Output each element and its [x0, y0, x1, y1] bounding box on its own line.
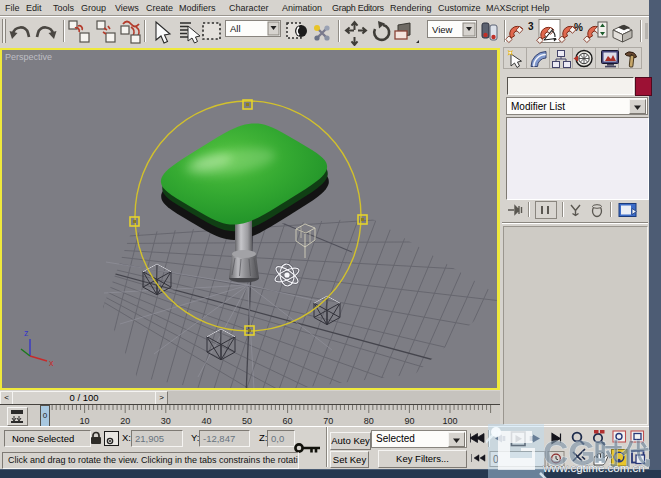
- svg-text:%: %: [574, 22, 583, 33]
- svg-text:90: 90: [404, 416, 414, 426]
- svg-text:0: 0: [493, 454, 499, 465]
- svg-text:70: 70: [323, 416, 333, 426]
- svg-text:z: z: [24, 328, 29, 338]
- svg-text:80: 80: [364, 416, 374, 426]
- svg-text:30: 30: [161, 416, 171, 426]
- svg-text:50: 50: [242, 416, 252, 426]
- svg-text:3: 3: [528, 21, 534, 32]
- svg-text:40: 40: [201, 416, 211, 426]
- svg-text:20: 20: [120, 416, 130, 426]
- svg-text:View: View: [432, 24, 453, 35]
- svg-text:10: 10: [80, 416, 90, 426]
- svg-text:100: 100: [442, 416, 457, 426]
- svg-text:60: 60: [283, 416, 293, 426]
- svg-text:All: All: [230, 23, 241, 34]
- svg-text:x: x: [49, 358, 54, 368]
